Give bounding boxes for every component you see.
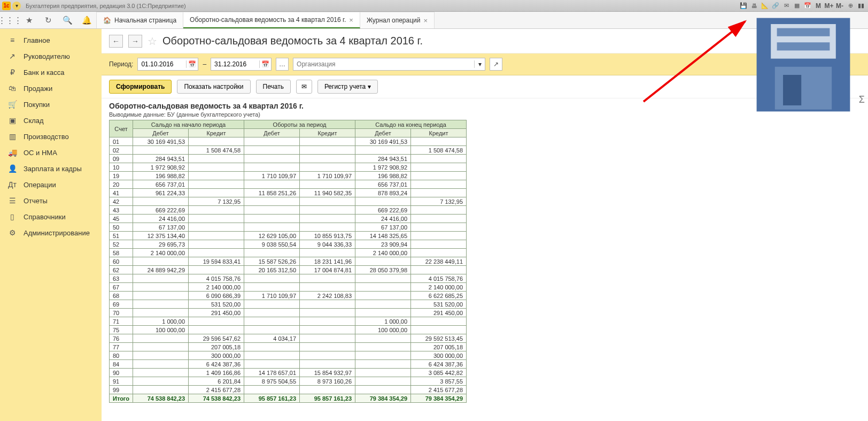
org-input[interactable] bbox=[293, 60, 474, 68]
m-plus-button[interactable]: M+ bbox=[824, 1, 834, 11]
date-from-input[interactable] bbox=[138, 60, 186, 68]
table-row[interactable]: 916 201,848 975 504,558 973 160,263 857,… bbox=[110, 377, 467, 386]
table-row[interactable]: 6019 594 833,4115 587 526,2618 231 141,9… bbox=[110, 257, 467, 266]
sidebar-item-2[interactable]: ₽Банк и касса bbox=[0, 64, 102, 80]
table-row[interactable]: 5067 137,0067 137,00 bbox=[110, 223, 467, 232]
sidebar-item-10[interactable]: ☰Отчеты bbox=[0, 193, 102, 209]
table-row[interactable]: 5229 695,739 038 550,549 044 336,3323 90… bbox=[110, 240, 467, 249]
print-button[interactable]: Печать bbox=[256, 80, 291, 94]
date-from-field[interactable]: 📅 bbox=[137, 58, 198, 71]
table-row[interactable]: 021 508 474,581 508 474,58 bbox=[110, 146, 467, 155]
tab-journal[interactable]: Журнал операций × bbox=[360, 12, 435, 28]
table-row[interactable]: 846 424 387,366 424 387,36 bbox=[110, 360, 467, 369]
sidebar-label: Продажи bbox=[24, 85, 52, 93]
table-row[interactable]: 711 000,001 000,00 bbox=[110, 317, 467, 326]
sidebar-item-12[interactable]: ⚙Администрирование bbox=[0, 225, 102, 241]
close-icon[interactable]: × bbox=[349, 16, 353, 24]
table-row[interactable]: 686 090 686,391 710 109,972 242 108,836 … bbox=[110, 292, 467, 300]
tab-home[interactable]: 🏠 Начальная страница bbox=[96, 12, 183, 28]
table-row[interactable]: 427 132,957 132,95 bbox=[110, 197, 467, 206]
apps-icon[interactable]: ⋮⋮⋮ bbox=[0, 12, 19, 28]
sigma-icon[interactable]: Σ bbox=[859, 94, 865, 105]
table-row[interactable]: 77207 005,18207 005,18 bbox=[110, 343, 467, 351]
sidebar-icon: ≡ bbox=[7, 36, 17, 44]
m-minus-button[interactable]: M- bbox=[835, 1, 844, 11]
sidebar-label: Главное bbox=[24, 36, 50, 44]
sidebar-item-1[interactable]: ↗Руководителю bbox=[0, 48, 102, 64]
sidebar-item-6[interactable]: ▥Производство bbox=[0, 128, 102, 144]
sidebar-icon: 👤 bbox=[7, 164, 17, 173]
table-row[interactable]: 43669 222,69669 222,69 bbox=[110, 206, 467, 215]
table-row[interactable]: 20656 737,01656 737,01 bbox=[110, 180, 467, 189]
tab-report[interactable]: Оборотно-сальдовая ведомость за 4 кварта… bbox=[183, 12, 360, 28]
table-row[interactable]: 4524 416,0024 416,00 bbox=[110, 215, 467, 223]
history-icon[interactable]: ↻ bbox=[38, 12, 58, 28]
close-icon[interactable]: × bbox=[423, 17, 428, 25]
sidebar-item-11[interactable]: ▯Справочники bbox=[0, 209, 102, 225]
dropdown-icon[interactable]: ▾ bbox=[12, 2, 21, 10]
print-icon[interactable]: 🖶 bbox=[749, 1, 759, 11]
search-icon[interactable]: 🔍 bbox=[58, 12, 77, 28]
zoom-icon[interactable]: ⊕ bbox=[846, 1, 855, 11]
table-row[interactable]: 992 415 677,282 415 677,28 bbox=[110, 386, 467, 394]
table-row[interactable]: 0130 169 491,5330 169 491,53 bbox=[110, 137, 467, 146]
sidebar-item-0[interactable]: ≡Главное bbox=[0, 32, 102, 48]
sidebar-item-8[interactable]: 👤Зарплата и кадры bbox=[0, 160, 102, 177]
table-row[interactable]: 80300 000,00300 000,00 bbox=[110, 351, 467, 360]
sidebar-item-3[interactable]: 🛍Продажи bbox=[0, 80, 102, 96]
bell-icon[interactable]: 🔔 bbox=[77, 12, 96, 28]
table-row[interactable]: 901 409 166,8614 178 657,0115 854 932,97… bbox=[110, 369, 467, 377]
m-button[interactable]: M bbox=[813, 1, 823, 11]
table-row[interactable]: 09284 943,51284 943,51 bbox=[110, 155, 467, 163]
sidebar-label: Операции bbox=[24, 181, 56, 189]
period-picker-button[interactable]: … bbox=[276, 58, 289, 71]
calendar-icon[interactable]: 📅 bbox=[259, 60, 271, 68]
table-row[interactable]: 41961 224,3311 858 251,2611 940 582,3587… bbox=[110, 189, 467, 197]
sidebar-item-5[interactable]: ▣Склад bbox=[0, 112, 102, 128]
tab-label: Начальная страница bbox=[114, 17, 176, 24]
sidebar-icon: ₽ bbox=[7, 68, 17, 76]
grid-icon[interactable]: ▦ bbox=[792, 1, 802, 11]
star-icon[interactable]: ★ bbox=[19, 12, 38, 28]
table-row[interactable]: 101 972 908,921 972 908,92 bbox=[110, 163, 467, 172]
svg-line-0 bbox=[644, 21, 745, 102]
tab-label: Оборотно-сальдовая ведомость за 4 кварта… bbox=[190, 16, 346, 24]
sidebar-icon: 🛒 bbox=[7, 100, 17, 109]
save-icon[interactable]: 💾 bbox=[739, 1, 748, 11]
calendar-icon[interactable]: 📅 bbox=[803, 1, 812, 11]
org-field[interactable]: ▾ bbox=[293, 58, 485, 71]
mail-icon[interactable]: ✉ bbox=[781, 1, 791, 11]
titlebar-toolbar: 💾 🖶 📐 🔗 ✉ ▦ 📅 M M+ M- ⊕ ▮▮ bbox=[739, 1, 866, 11]
svg-rect-4 bbox=[777, 42, 830, 50]
annotation-arrow bbox=[638, 16, 756, 107]
report-subtitle: Выводимые данные: БУ (данные бухгалтерск… bbox=[109, 111, 861, 118]
table-row[interactable]: 19196 988,821 710 109,971 710 109,97196 … bbox=[110, 172, 467, 180]
sidebar-item-7[interactable]: 🚚ОС и НМА bbox=[0, 144, 102, 160]
favorite-icon[interactable]: ☆ bbox=[148, 35, 157, 48]
table-row[interactable]: 7629 596 547,624 034,1729 592 513,45 bbox=[110, 334, 467, 343]
table-row[interactable]: 634 015 758,764 015 758,76 bbox=[110, 274, 467, 283]
mail-button[interactable]: ✉ bbox=[296, 80, 312, 94]
nav-back-button[interactable]: ← bbox=[109, 35, 123, 48]
panels-icon[interactable]: ▮▮ bbox=[856, 1, 866, 11]
table-row[interactable]: 75100 000,00100 000,00 bbox=[110, 326, 467, 334]
nav-forward-button[interactable]: → bbox=[128, 35, 142, 48]
link-icon[interactable]: 🔗 bbox=[771, 1, 780, 11]
table-row[interactable]: 5112 375 134,4012 629 105,0010 855 913,7… bbox=[110, 232, 467, 240]
table-row[interactable]: 70291 450,00291 450,00 bbox=[110, 309, 467, 317]
table-row[interactable]: 6224 889 942,2920 165 312,5017 004 874,8… bbox=[110, 266, 467, 274]
register-button[interactable]: Регистр учета ▾ bbox=[317, 80, 378, 94]
calendar-icon[interactable]: 📅 bbox=[186, 60, 198, 68]
settings-button[interactable]: Показать настройки bbox=[177, 80, 250, 94]
chevron-down-icon[interactable]: ▾ bbox=[474, 60, 485, 68]
table-row[interactable]: 69531 520,00531 520,00 bbox=[110, 300, 467, 309]
calc-icon[interactable]: 📐 bbox=[760, 1, 770, 11]
date-to-field[interactable]: 📅 bbox=[211, 58, 272, 71]
org-open-button[interactable]: ↗ bbox=[490, 58, 502, 71]
sidebar-item-9[interactable]: ДтОперации bbox=[0, 177, 102, 193]
table-row[interactable]: 672 140 000,002 140 000,00 bbox=[110, 283, 467, 292]
table-row[interactable]: 582 140 000,002 140 000,00 bbox=[110, 249, 467, 257]
form-button[interactable]: Сформировать bbox=[109, 80, 172, 94]
sidebar-item-4[interactable]: 🛒Покупки bbox=[0, 96, 102, 112]
date-to-input[interactable] bbox=[211, 60, 259, 68]
